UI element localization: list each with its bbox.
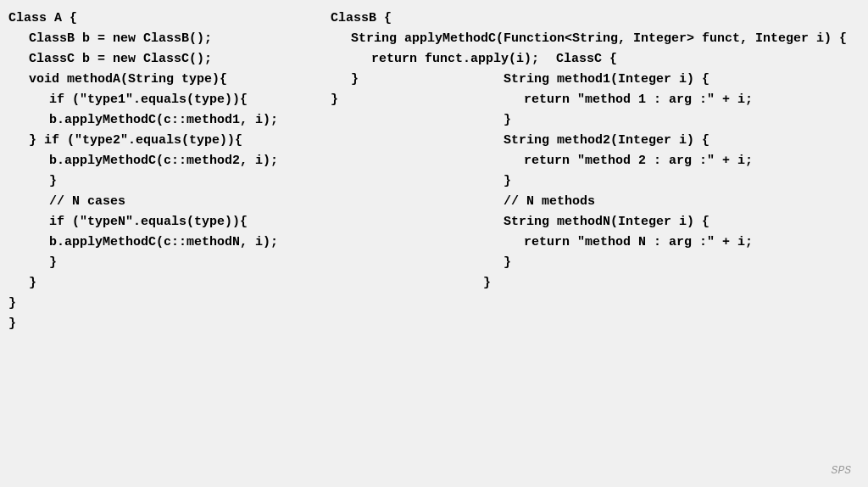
line-close-class-a: } (8, 294, 331, 314)
classc-header-inline: ClassC { (556, 49, 617, 70)
line-class-a-open: Class A { (8, 8, 331, 29)
line-close-method-a: } (8, 273, 331, 294)
line-close-typeN: } (8, 253, 331, 273)
classc-method2-body: return "method 2 : arg :" + i; (483, 151, 753, 171)
classb-close1: } (331, 70, 381, 90)
line-comment-n: // N cases (8, 192, 331, 212)
inline-row: return funct.apply(i); ClassC { (331, 49, 860, 70)
line-if-type1: if ("type1".equals(type)){ (8, 90, 331, 110)
classb-block: ClassB { String applyMethodC(Function<St… (331, 8, 860, 294)
classc-method1-close: } (483, 110, 753, 131)
watermark: SPS (832, 464, 851, 477)
classc-method1-body: return "method 1 : arg :" + i; (483, 90, 753, 110)
right-column: ClassB { String applyMethodC(Function<St… (331, 7, 860, 480)
classc-close: } (483, 273, 753, 294)
classc-methodN-body: return "method N : arg :" + i; (483, 232, 753, 253)
classb-header: ClassB { (331, 8, 860, 29)
classc-methods-block: String method1(Integer i) { return "meth… (483, 70, 753, 294)
classc-method2-close: } (483, 171, 753, 192)
classb-close2: } (331, 90, 381, 110)
classb-method-sig: String applyMethodC(Function<String, Int… (331, 29, 860, 49)
line-method-a-sig: void methodA(String type){ (8, 70, 331, 90)
code-container: Class A { ClassB b = new ClassB(); Class… (0, 0, 868, 487)
line-if-typeN: if ("typeN".equals(type)){ (8, 212, 331, 232)
line-classc-decl: ClassC b = new ClassC(); (8, 49, 331, 70)
line-apply-method2: b.applyMethodC(c::method2, i); (8, 151, 331, 171)
line-apply-methodN: b.applyMethodC(c::methodN, i); (8, 232, 331, 253)
classb-close-section: } } (331, 70, 381, 294)
classc-methodN-close: } (483, 253, 753, 273)
line-extra-close: } (8, 314, 331, 334)
classc-methodN-sig: String methodN(Integer i) { (483, 212, 753, 232)
classc-method2-sig: String method2(Integer i) { (483, 131, 753, 151)
line-if-type2: } if ("type2".equals(type)){ (8, 131, 331, 151)
classb-close-and-classc: } } String method1(Integer i) { return "… (331, 70, 860, 294)
classb-return: return funct.apply(i); (331, 49, 539, 70)
classc-method1-sig: String method1(Integer i) { (483, 70, 753, 90)
line-close-type2: } (8, 171, 331, 192)
line-classb-decl: ClassB b = new ClassB(); (8, 29, 331, 49)
line-apply-method1: b.applyMethodC(c::method1, i); (8, 110, 331, 131)
classc-comment-n: // N methods (483, 192, 753, 212)
class-a-block: Class A { ClassB b = new ClassB(); Class… (8, 7, 331, 480)
